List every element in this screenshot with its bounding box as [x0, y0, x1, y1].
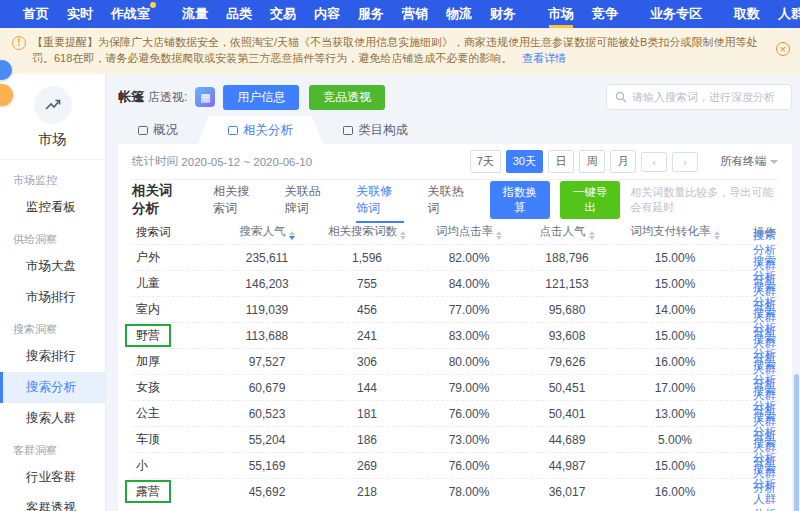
nav-item-logistics[interactable]: 物流	[446, 0, 472, 28]
search-popularity-cell: 119,039	[220, 303, 314, 317]
user-info-button[interactable]: 用户信息	[223, 85, 299, 110]
subtab-related-search-words[interactable]: 相关搜索词	[213, 173, 260, 227]
tab-label: 概况	[153, 122, 178, 139]
notice-banner: ! 【重要提醒】为保障广大店铺数据安全，依照淘宝/天猫《不当获取使用信息实施细则…	[0, 28, 800, 74]
col-click-popularity[interactable]: 点击人气	[518, 224, 616, 240]
search-analysis-link[interactable]: 搜索分析	[753, 281, 776, 308]
sidebar-item-industry-customer[interactable]: 行业客群	[0, 462, 105, 493]
table-row: 公主 60,523 181 76.00% 50,401 13.00% 搜索分析人…	[132, 400, 778, 426]
related-count-cell: 241	[314, 329, 420, 343]
sort-icon[interactable]	[400, 231, 406, 240]
nav-item-market[interactable]: 市场	[548, 0, 574, 28]
terminal-label: 所有终端	[720, 154, 766, 169]
crowd-analysis-link[interactable]: 人群分析	[753, 493, 776, 511]
nav-item-traffic[interactable]: 流量	[182, 0, 208, 28]
banner-detail-link[interactable]: 查看详情	[522, 52, 566, 64]
search-popularity-cell: 55,169	[220, 459, 314, 473]
nav-item-finance[interactable]: 财务	[490, 0, 516, 28]
banner-text: 【重要提醒】为保障广大店铺数据安全，依照淘宝/天猫《不当获取使用信息实施细则》，…	[32, 34, 790, 74]
nav-item-business-zone[interactable]: 业务专区	[650, 0, 702, 28]
competitor-perspective-button[interactable]: 竞品透视	[309, 85, 385, 110]
related-count-cell: 269	[314, 459, 420, 473]
search-analysis-link[interactable]: 搜索分析	[753, 463, 776, 490]
table-row: 加厚 97,527 306 80.00% 79,626 16.00% 搜索分析人…	[132, 348, 778, 374]
search-popularity-cell: 55,204	[220, 433, 314, 447]
search-analysis-link[interactable]: 搜索分析	[753, 255, 776, 282]
avg-cvr-cell: 15.00%	[616, 459, 734, 473]
search-analysis-link[interactable]: 搜索分析	[753, 437, 776, 464]
nav-item-home[interactable]: 首页	[23, 0, 49, 28]
search-analysis-link[interactable]: 搜索分析	[753, 229, 776, 256]
avg-cvr-cell: 14.00%	[616, 303, 734, 317]
search-analysis-link[interactable]: 搜索分析	[753, 385, 776, 412]
sort-icon[interactable]	[589, 231, 595, 240]
search-popularity-cell: 146,203	[220, 277, 314, 291]
index-convert-button[interactable]: 指数换算	[490, 181, 550, 219]
sidebar-item-monitor-board[interactable]: 监控看板	[0, 192, 105, 223]
export-button[interactable]: 一键导出	[560, 181, 620, 219]
export-note: 相关词数量比较多，导出可能会有延时	[630, 185, 778, 215]
page-tabs: 概况 相关分析 类目构成	[118, 116, 792, 144]
search-analysis-link[interactable]: 搜索分析	[753, 411, 776, 438]
tab-related-analysis[interactable]: 相关分析	[198, 116, 323, 144]
nav-item-marketing[interactable]: 营销	[402, 0, 428, 28]
click-popularity-cell: 36,017	[518, 485, 616, 499]
chevron-left-icon[interactable]: ‹	[641, 152, 667, 172]
subtab-hot-words[interactable]: 关联热词	[428, 173, 466, 227]
sidebar-item-search-ranking[interactable]: 搜索排行	[0, 341, 105, 372]
highlight-annotation-box: 露营	[125, 480, 171, 503]
range-day-button[interactable]: 日	[548, 150, 574, 173]
range-week-button[interactable]: 周	[579, 150, 605, 173]
nav-item-trade[interactable]: 交易	[270, 0, 296, 28]
related-count-cell: 456	[314, 303, 420, 317]
col-avg-cvr[interactable]: 词均支付转化率	[616, 224, 734, 240]
nav-item-data-fetch[interactable]: 取数	[734, 0, 760, 28]
search-input[interactable]	[632, 91, 783, 103]
nav-item-content[interactable]: 内容	[314, 0, 340, 28]
search-analysis-link[interactable]: 搜索分析	[753, 359, 776, 386]
sort-icon[interactable]	[714, 231, 720, 240]
sidebar-item-search-analysis[interactable]: 搜索分析	[0, 372, 105, 403]
avg-ctr-cell: 76.00%	[420, 407, 518, 421]
warning-circle-icon: !	[12, 36, 26, 50]
shop-perspective-icon[interactable]: ▦	[195, 87, 215, 107]
subtab-brand-words[interactable]: 关联品牌词	[285, 173, 332, 227]
related-count-cell: 755	[314, 277, 420, 291]
close-icon[interactable]: ×	[776, 42, 790, 56]
nav-item-crowd[interactable]: 人群	[778, 0, 800, 28]
scrollbar[interactable]	[794, 374, 799, 511]
range-7d-button[interactable]: 7天	[470, 150, 501, 173]
avg-cvr-cell: 5.00%	[616, 433, 734, 447]
nav-item-category[interactable]: 品类	[226, 0, 252, 28]
sidebar-item-customer-perspective[interactable]: 客群透视	[0, 493, 105, 511]
tab-overview[interactable]: 概况	[118, 116, 198, 144]
sidebar-item-market-ranking[interactable]: 市场排行	[0, 282, 105, 313]
search-analysis-link[interactable]: 搜索分析	[753, 333, 776, 360]
nav-item-warroom[interactable]: 作战室	[111, 0, 150, 28]
click-popularity-cell: 44,987	[518, 459, 616, 473]
nav-item-label: 作战室	[111, 6, 150, 21]
search-analysis-link[interactable]: 搜索分析	[753, 307, 776, 334]
tab-category-composition[interactable]: 类目构成	[323, 116, 428, 144]
search-word-cell: 儿童	[132, 275, 220, 292]
col-search-word[interactable]: 搜索词	[132, 225, 220, 240]
content-shell: 市场 市场监控 监控看板 供给洞察 市场大盘 市场排行 搜索洞察 搜索排行 搜索…	[0, 74, 800, 511]
nav-item-competition[interactable]: 竞争	[592, 0, 618, 28]
search-box[interactable]	[606, 84, 792, 110]
nav-item-service[interactable]: 服务	[358, 0, 384, 28]
range-30d-button[interactable]: 30天	[506, 150, 543, 173]
table-row-highlighted: 野营 113,688 241 83.00% 93,608 15.00% 搜索分析…	[132, 322, 778, 348]
nav-item-realtime[interactable]: 实时	[67, 0, 93, 28]
click-popularity-cell: 188,796	[518, 251, 616, 265]
table-row: 小 55,169 269 76.00% 44,987 15.00% 搜索分析人群…	[132, 452, 778, 478]
table-row: 户外 235,611 1,596 82.00% 188,796 15.00% 搜…	[132, 244, 778, 270]
sort-icon[interactable]	[289, 231, 295, 240]
range-month-button[interactable]: 月	[610, 150, 636, 173]
module-title: 市场	[0, 131, 105, 149]
terminal-select[interactable]: 所有终端	[720, 154, 778, 169]
sidebar-item-market-overview[interactable]: 市场大盘	[0, 251, 105, 282]
subtab-modifier-words[interactable]: 关联修饰词	[356, 173, 403, 227]
chevron-right-icon[interactable]: ›	[672, 152, 698, 172]
sidebar-item-search-crowd[interactable]: 搜索人群	[0, 403, 105, 434]
sort-icon[interactable]	[496, 231, 502, 240]
